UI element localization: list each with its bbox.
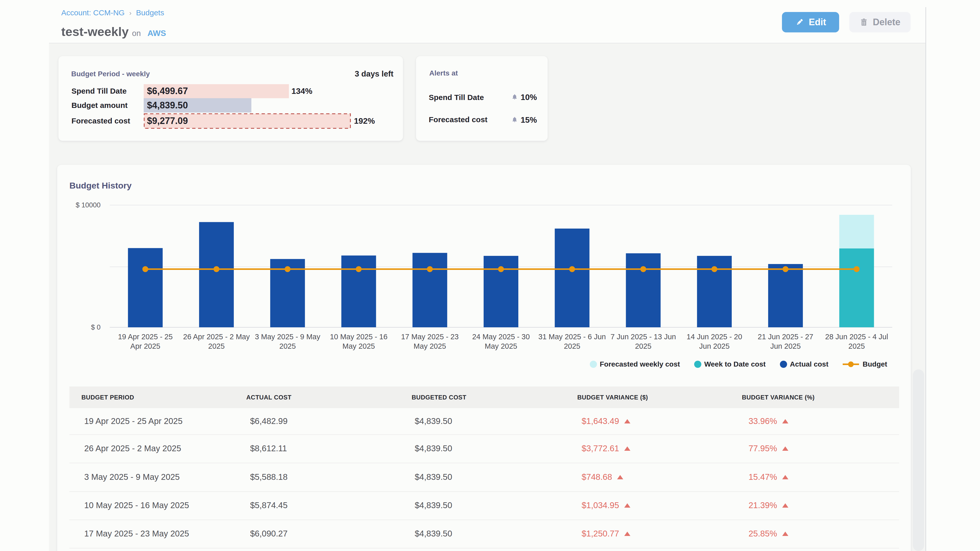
svg-text:2025: 2025 xyxy=(848,342,865,350)
svg-text:26 Apr 2025 - 2 May: 26 Apr 2025 - 2 May xyxy=(183,333,250,341)
svg-text:2025: 2025 xyxy=(208,342,225,350)
svg-text:$ 10000: $ 10000 xyxy=(76,201,100,209)
svg-text:28 Jun 2025 - 4 Jul: 28 Jun 2025 - 4 Jul xyxy=(825,333,888,341)
svg-text:May 2025: May 2025 xyxy=(414,342,446,350)
svg-text:3 May 2025 - 9 May: 3 May 2025 - 9 May xyxy=(255,333,321,341)
svg-text:21 Jun 2025 - 27: 21 Jun 2025 - 27 xyxy=(758,333,813,341)
svg-text:24 May 2025 - 30: 24 May 2025 - 30 xyxy=(472,333,530,341)
svg-text:Apr 2025: Apr 2025 xyxy=(130,342,161,350)
svg-text:17 May 2025 - 23: 17 May 2025 - 23 xyxy=(401,333,458,341)
svg-text:19 Apr 2025 - 25: 19 Apr 2025 - 25 xyxy=(118,333,172,341)
svg-text:May 2025: May 2025 xyxy=(342,342,375,350)
svg-text:Jun 2025: Jun 2025 xyxy=(699,342,730,350)
svg-text:Jun 2025: Jun 2025 xyxy=(770,342,800,350)
svg-text:2025: 2025 xyxy=(564,342,580,350)
svg-text:2025: 2025 xyxy=(280,342,296,350)
svg-text:2025: 2025 xyxy=(635,342,652,350)
svg-text:10 May 2025 - 16: 10 May 2025 - 16 xyxy=(330,333,388,341)
svg-text:7 Jun 2025 - 13 Jun: 7 Jun 2025 - 13 Jun xyxy=(611,333,676,341)
svg-text:$ 0: $ 0 xyxy=(91,324,100,331)
svg-text:May 2025: May 2025 xyxy=(485,342,517,350)
svg-text:14 Jun 2025 - 20: 14 Jun 2025 - 20 xyxy=(687,333,742,341)
svg-text:31 May 2025 - 6 Jun: 31 May 2025 - 6 Jun xyxy=(538,333,606,341)
